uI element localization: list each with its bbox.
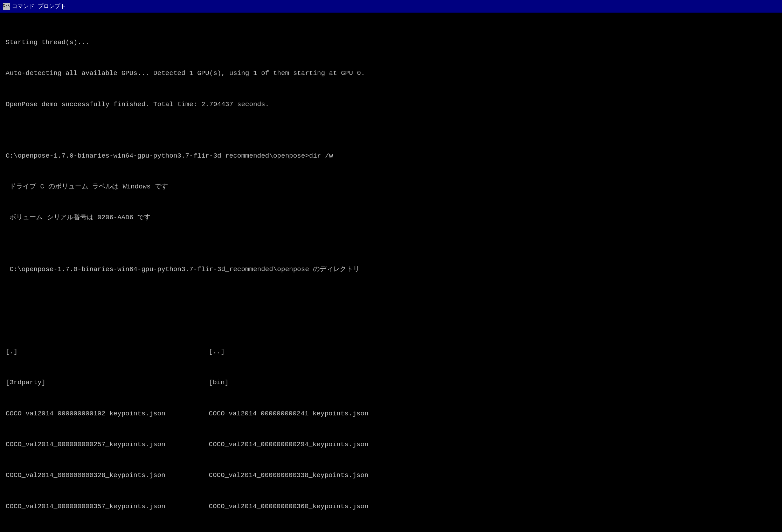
dir-right-1: [bin] xyxy=(209,378,776,388)
title-bar-title: コマンド プロンプト xyxy=(12,3,66,10)
dir-right-5: COCO_val2014_000000000360_keypoints.json xyxy=(209,502,776,512)
dir-left-0: [.] xyxy=(6,347,209,357)
dir-col-right: [..] [bin] COCO_val2014_000000000241_key… xyxy=(209,326,776,532)
dir-left-1: [3rdparty] xyxy=(6,378,209,388)
console-line-9: C:\openpose-1.7.0-binaries-win64-gpu-pyt… xyxy=(6,264,776,275)
title-bar-icon: C:\ xyxy=(3,3,10,10)
dir-right-4: COCO_val2014_000000000338_keypoints.json xyxy=(209,470,776,481)
console-line-3: OpenPose demo successfully finished. Tot… xyxy=(6,99,776,110)
console-line-5: C:\openpose-1.7.0-binaries-win64-gpu-pyt… xyxy=(6,151,776,161)
console-area[interactable]: Starting thread(s)... Auto-detecting all… xyxy=(0,13,782,532)
dir-right-2: COCO_val2014_000000000241_keypoints.json xyxy=(209,409,776,419)
dir-left-4: COCO_val2014_000000000328_keypoints.json xyxy=(6,470,209,481)
dir-left-2: COCO_val2014_000000000192_keypoints.json xyxy=(6,409,209,419)
console-line-1: Starting thread(s)... xyxy=(6,37,776,48)
dir-left-3: COCO_val2014_000000000257_keypoints.json xyxy=(6,440,209,450)
dir-listing: [.] [3rdparty] COCO_val2014_000000000192… xyxy=(6,326,776,532)
console-line-7: ボリューム シリアル番号は 0206-AAD6 です xyxy=(6,213,776,223)
console-line-2: Auto-detecting all available GPUs... Det… xyxy=(6,68,776,78)
dir-right-0: [..] xyxy=(209,347,776,357)
dir-col-left: [.] [3rdparty] COCO_val2014_000000000192… xyxy=(6,326,209,532)
dir-right-3: COCO_val2014_000000000294_keypoints.json xyxy=(209,440,776,450)
console-line-6: ドライブ C のボリューム ラベルは Windows です xyxy=(6,182,776,192)
dir-left-5: COCO_val2014_000000000357_keypoints.json xyxy=(6,502,209,512)
title-bar: C:\ コマンド プロンプト xyxy=(0,0,782,13)
